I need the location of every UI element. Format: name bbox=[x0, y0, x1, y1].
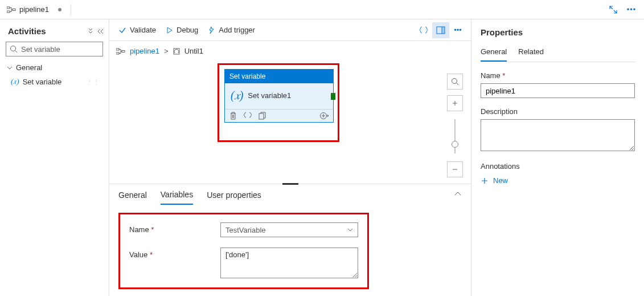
pipeline-tab[interactable]: pipeline1 bbox=[0, 0, 68, 19]
design-canvas[interactable]: Set variable (𝑥) Set variable1 bbox=[109, 58, 471, 184]
name-label: Name * bbox=[129, 222, 220, 234]
properties-toggle-button[interactable] bbox=[432, 22, 449, 38]
svg-point-12 bbox=[452, 79, 457, 84]
svg-rect-0 bbox=[7, 7, 10, 9]
zoom-slider[interactable] bbox=[454, 119, 456, 153]
svg-point-3 bbox=[11, 46, 16, 51]
zoom-thumb[interactable] bbox=[452, 141, 458, 148]
properties-title: Properties bbox=[481, 27, 635, 37]
pipeline-toolbar: Validate Debug Add trigger ••• bbox=[109, 19, 471, 41]
svg-rect-2 bbox=[13, 9, 15, 10]
add-output-icon[interactable] bbox=[319, 112, 329, 120]
expand-icon[interactable] bbox=[608, 4, 619, 15]
validate-button[interactable]: Validate bbox=[114, 23, 161, 37]
svg-rect-6 bbox=[116, 48, 119, 50]
variable-value-text: ['done'] bbox=[225, 250, 249, 259]
category-label: General bbox=[16, 63, 42, 72]
success-connector-handle[interactable] bbox=[331, 93, 335, 100]
activity-card-set-variable[interactable]: Set variable (𝑥) Set variable1 bbox=[224, 69, 334, 123]
json-view-button[interactable] bbox=[415, 22, 432, 38]
svg-rect-10 bbox=[259, 113, 264, 119]
collapse-left-icon[interactable] bbox=[97, 28, 104, 35]
ptab-related[interactable]: Related bbox=[518, 45, 544, 62]
tab-user-properties[interactable]: User properties bbox=[207, 190, 261, 204]
unsaved-indicator-icon bbox=[58, 8, 61, 11]
toolbar-more-button[interactable]: ••• bbox=[449, 22, 466, 38]
variable-icon: (𝑥) bbox=[11, 77, 19, 86]
more-icon[interactable]: ••• bbox=[626, 4, 637, 15]
plus-icon bbox=[481, 177, 489, 185]
activities-panel: Activities General (𝑥) Set variable ⋮⋮ bbox=[0, 19, 109, 296]
ptab-general[interactable]: General bbox=[481, 45, 507, 62]
variable-icon: (𝑥) bbox=[231, 89, 243, 102]
editor-tab-strip: pipeline1 ••• bbox=[0, 0, 644, 19]
activity-type-header: Set variable bbox=[225, 70, 333, 83]
fit-to-screen-button[interactable] bbox=[447, 74, 463, 90]
svg-rect-5 bbox=[442, 27, 445, 34]
collapse-down-icon[interactable] bbox=[87, 28, 94, 35]
collapse-panel-icon[interactable] bbox=[454, 191, 462, 197]
code-icon[interactable] bbox=[244, 112, 252, 120]
prop-name-input[interactable] bbox=[481, 83, 635, 98]
chevron-down-icon bbox=[347, 227, 353, 233]
chevron-down-icon bbox=[7, 65, 13, 71]
category-general[interactable]: General bbox=[5, 61, 104, 74]
svg-rect-8 bbox=[122, 50, 125, 52]
variable-name-value: TestVariable bbox=[225, 226, 266, 234]
prop-name-label: Name * bbox=[481, 71, 635, 80]
debug-button[interactable]: Debug bbox=[161, 23, 203, 37]
bottom-panel: General Variables User properties Name *… bbox=[109, 184, 471, 296]
activity-template-label: Set variable bbox=[23, 78, 62, 86]
breadcrumb-root[interactable]: pipeline1 bbox=[130, 47, 159, 55]
until-icon bbox=[173, 48, 180, 55]
activity-template-set-variable[interactable]: (𝑥) Set variable ⋮⋮ bbox=[5, 74, 104, 89]
properties-panel: Properties General Related Name * Descri… bbox=[471, 19, 644, 296]
add-trigger-label: Add trigger bbox=[219, 26, 255, 34]
variables-form: Name * TestVariable Value * ['done'] bbox=[118, 213, 369, 289]
activity-name: Set variable1 bbox=[248, 91, 291, 100]
zoom-out-button[interactable] bbox=[447, 161, 463, 177]
svg-rect-7 bbox=[116, 52, 119, 54]
drag-handle-icon: ⋮⋮ bbox=[87, 79, 100, 85]
variable-name-select[interactable]: TestVariable bbox=[220, 222, 358, 237]
add-annotation-button[interactable]: New bbox=[481, 176, 635, 185]
search-icon bbox=[10, 45, 18, 53]
tab-divider bbox=[71, 4, 71, 15]
activities-search[interactable] bbox=[6, 42, 103, 56]
pipeline-icon bbox=[116, 48, 125, 55]
validate-label: Validate bbox=[130, 26, 156, 34]
pipeline-icon bbox=[7, 6, 16, 14]
zoom-in-button[interactable] bbox=[447, 95, 463, 111]
tab-general[interactable]: General bbox=[118, 190, 147, 204]
activities-title: Activities bbox=[8, 26, 46, 36]
prop-desc-label: Description bbox=[481, 107, 635, 116]
svg-rect-1 bbox=[7, 11, 10, 13]
zoom-controls bbox=[447, 74, 463, 177]
tab-title: pipeline1 bbox=[19, 5, 49, 14]
prop-desc-input[interactable] bbox=[481, 119, 635, 151]
breadcrumb-child: Until1 bbox=[184, 47, 203, 55]
delete-icon[interactable] bbox=[229, 112, 237, 120]
variable-value-input[interactable]: ['done'] bbox=[220, 248, 358, 278]
value-label: Value * bbox=[129, 248, 220, 259]
breadcrumb-sep: > bbox=[164, 47, 169, 55]
canvas-area: Validate Debug Add trigger ••• pipeline1 bbox=[109, 19, 471, 296]
breadcrumb: pipeline1 > Until1 bbox=[109, 41, 471, 58]
activities-search-input[interactable] bbox=[18, 45, 117, 54]
add-annotation-label: New bbox=[493, 176, 508, 185]
prop-annotations-label: Annotations bbox=[481, 162, 635, 171]
tab-variables[interactable]: Variables bbox=[161, 190, 193, 205]
copy-icon[interactable] bbox=[259, 112, 266, 120]
debug-label: Debug bbox=[177, 26, 198, 34]
add-trigger-button[interactable]: Add trigger bbox=[203, 23, 260, 37]
activity-footer bbox=[225, 109, 333, 122]
